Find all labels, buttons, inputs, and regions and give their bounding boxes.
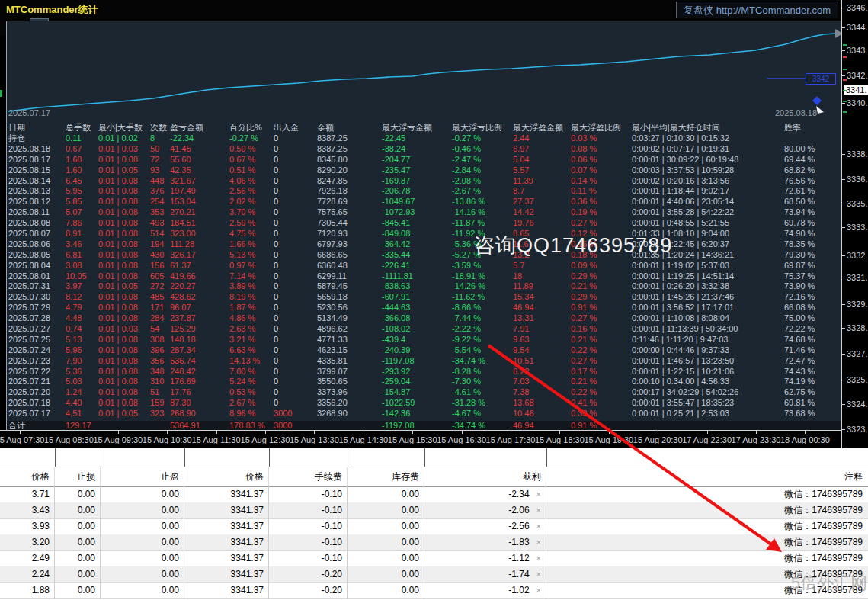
terminal-col-header: 获利 [424, 467, 546, 486]
price-tick [842, 278, 845, 278]
stats-col-header: 总手数 [66, 122, 98, 133]
time-axis-label: 17 Aug 23:30 [732, 435, 781, 444]
price-label: 3342. [847, 71, 868, 80]
brand-link[interactable]: 复盘侠 http://MTCommander.com [676, 2, 838, 20]
time-axis-tick [69, 431, 69, 434]
profit-value: -2.34 [508, 489, 529, 499]
price-tick [842, 227, 845, 228]
watermark-qq: 咨询QQ1746395789 [474, 232, 672, 259]
close-position-icon[interactable]: × [536, 586, 541, 595]
close-position-icon[interactable]: × [536, 521, 541, 531]
terminal-header: 价格止损止盈价格手续费库存费获利注释 [0, 467, 868, 487]
stats-row: 2025.08.0110.050.01 | 0.08605419.667.14 … [8, 271, 841, 282]
trade-cell-sl: 0.00 [55, 582, 101, 598]
trade-cell-profit: -1.12× [424, 550, 546, 566]
terminal-top-strip [0, 448, 868, 467]
trade-cell-profit: -1.74× [424, 566, 546, 582]
trade-row: 2.490.000.003341.37-0.100.00-1.12×微信：174… [0, 550, 868, 567]
chart-tick [843, 44, 847, 46]
trade-cell-commission: -0.10 [269, 518, 348, 534]
stats-row: 2025.07.184.400.01 | 0.0815987.302.67 %0… [8, 398, 841, 409]
price-tick [842, 255, 845, 256]
price-label: 3344. [847, 23, 868, 32]
stats-row: 2025.08.151.600.01 | 0.059342.350.51 %08… [8, 165, 841, 176]
trade-cell-tp: 0.00 [101, 550, 184, 566]
time-axis-label: 17 Aug 22:30 [682, 435, 732, 444]
time-axis-tick [412, 431, 413, 434]
diamond-marker [812, 96, 822, 105]
price-scale: 3346.3344.3343.3342.3341.3340.3338.3336.… [841, 0, 868, 448]
time-axis: 15 Aug 07:3015 Aug 08:3015 Aug 09:3015 A… [0, 430, 841, 449]
terminal-col-header: 价格 [184, 467, 269, 486]
trade-cell-commission: -0.20 [269, 566, 348, 582]
price-label: 3331. [847, 273, 868, 282]
time-axis-label: 15 Aug 12:30 [241, 435, 290, 444]
trade-cell-swap: 0.00 [348, 502, 424, 518]
trade-cell-commission: -0.20 [269, 582, 348, 598]
stats-col-header: 最大浮亏金额 [382, 122, 452, 133]
stats-table-body: 持仓0.110.01 | 0.028-22.34-0.27 %08387.25-… [8, 133, 841, 419]
price-label: 3346. [847, 3, 868, 12]
stats-row: 持仓0.110.01 | 0.028-22.34-0.27 %08387.25-… [8, 133, 841, 144]
stats-row: 2025.08.087.860.01 | 0.08493184.512.59 %… [8, 218, 841, 229]
profit-value: -1.83 [508, 537, 529, 547]
chart-fragment [0, 90, 2, 97]
trade-cell-swap: 0.00 [348, 518, 424, 534]
time-axis-label: 15 Aug 17:30 [486, 435, 536, 444]
stats-row: 2025.08.171.680.01 | 0.087255.600.67 %08… [8, 155, 841, 165]
time-axis-tick [609, 431, 610, 434]
price-tick [842, 204, 845, 204]
price-tick [842, 8, 845, 8]
terminal-col-header: 止盈 [101, 467, 184, 486]
trade-cell-profit: -1.02× [424, 582, 546, 598]
stats-col-header: 盈亏金额 [170, 122, 229, 133]
price-tick [842, 103, 845, 104]
trade-cell-commission: -0.10 [269, 550, 348, 566]
stats-col-header: 次数 [150, 122, 170, 133]
trade-cell-commission: -0.10 [269, 534, 348, 550]
trade-cell-open: 3.20 [0, 534, 55, 550]
price-tick [842, 380, 845, 380]
time-axis-label: 15 Aug 15:30 [388, 435, 437, 444]
stats-row: 2025.07.284.480.01 | 0.08284237.874.86 %… [8, 313, 841, 324]
trade-cell-profit: -2.56× [424, 518, 546, 534]
price-tick [842, 50, 845, 51]
stats-row: 2025.07.237.900.01 | 0.08356536.7414.13 … [8, 356, 841, 367]
time-axis-label: 15 Aug 08:30 [44, 435, 94, 444]
order-price-label: 3342 [806, 73, 836, 85]
close-position-icon[interactable]: × [536, 489, 541, 499]
trade-cell-sl: 0.00 [55, 518, 101, 534]
close-position-icon[interactable]: × [536, 537, 541, 547]
current-price-label: 3341. [844, 85, 868, 95]
price-tick [842, 354, 845, 355]
close-position-icon[interactable]: × [536, 505, 541, 515]
stats-col-header: 最大浮盈比例 [571, 122, 632, 133]
close-position-icon[interactable]: × [536, 553, 541, 563]
trade-cell-sl: 0.00 [55, 550, 101, 566]
trade-cell-price: 3341.37 [184, 518, 269, 534]
column-separator [55, 448, 56, 467]
trade-cell-price: 3341.37 [184, 502, 269, 518]
time-axis-tick [20, 431, 21, 434]
price-label: 3332. [847, 251, 868, 260]
price-label: 3340. [847, 98, 868, 107]
profit-value: -1.12 [508, 553, 529, 563]
trade-cell-sl: 0.00 [55, 502, 101, 518]
window-title: MTCommander统计 [6, 3, 98, 17]
trade-cell-profit: -1.83× [424, 534, 546, 550]
trade-row: 3.200.000.003341.37-0.100.00-1.83×微信：174… [0, 534, 868, 551]
trade-cell-open: 2.49 [0, 550, 55, 566]
stats-row: 2025.07.225.360.01 | 0.08348248.427.00 %… [8, 367, 841, 377]
close-position-icon[interactable]: × [536, 570, 541, 579]
trade-cell-comment: 微信：1746395789 [546, 518, 868, 534]
price-tick [842, 27, 845, 28]
price-label: 3336. [847, 175, 868, 184]
stats-row: 2025.07.313.970.01 | 0.05272220.273.89 %… [8, 281, 841, 292]
trade-cell-tp: 0.00 [101, 502, 184, 518]
stats-row: 2025.08.135.950.01 | 0.08376197.492.56 %… [8, 186, 841, 197]
trade-cell-price: 3341.37 [184, 582, 269, 598]
time-axis-label: 15 Aug 14:30 [338, 435, 388, 444]
trade-cell-tp: 0.00 [101, 534, 184, 550]
trade-cell-open: 2.24 [0, 566, 55, 582]
time-axis-label: 15 Aug 19:30 [584, 435, 633, 444]
